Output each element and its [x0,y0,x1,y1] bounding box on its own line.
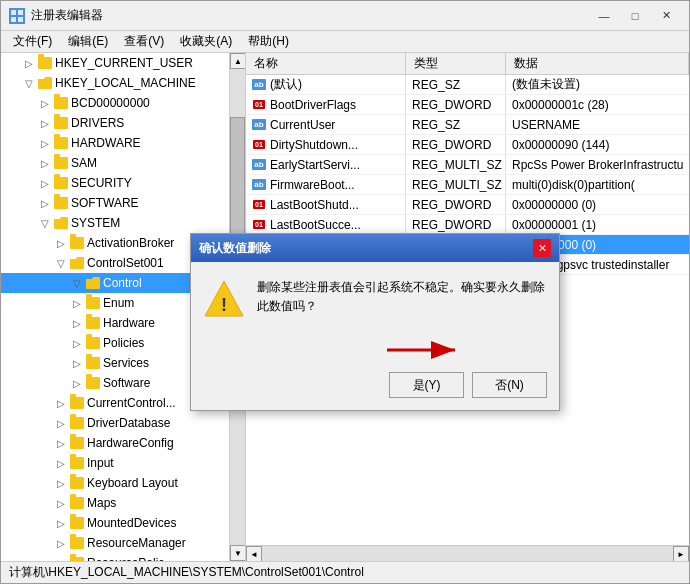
dialog-title: 确认数值删除 [199,240,533,257]
svg-text:!: ! [221,295,227,315]
dialog-overlay: 确认数值删除 ✕ ! 删除某些注册表值会引起系统不稳定。确实要永久删除此数值吗？ [1,1,689,583]
dialog-message: 删除某些注册表值会引起系统不稳定。确实要永久删除此数值吗？ [257,278,547,316]
dialog-yes-button[interactable]: 是(Y) [389,372,464,398]
dialog-close-button[interactable]: ✕ [533,239,551,257]
dialog-title-bar: 确认数值删除 ✕ [191,234,559,262]
dialog-buttons: 是(Y) 否(N) [203,372,547,398]
registry-editor-window: 注册表编辑器 — □ ✕ 文件(F) 编辑(E) 查看(V) 收藏夹(A) 帮助… [0,0,690,584]
dialog-arrow [203,336,547,364]
dialog-content: ! 删除某些注册表值会引起系统不稳定。确实要永久删除此数值吗？ [203,278,547,320]
confirm-delete-dialog: 确认数值删除 ✕ ! 删除某些注册表值会引起系统不稳定。确实要永久删除此数值吗？ [190,233,560,411]
dialog-body: ! 删除某些注册表值会引起系统不稳定。确实要永久删除此数值吗？ [191,262,559,410]
warning-icon: ! [203,278,245,320]
dialog-no-button[interactable]: 否(N) [472,372,547,398]
